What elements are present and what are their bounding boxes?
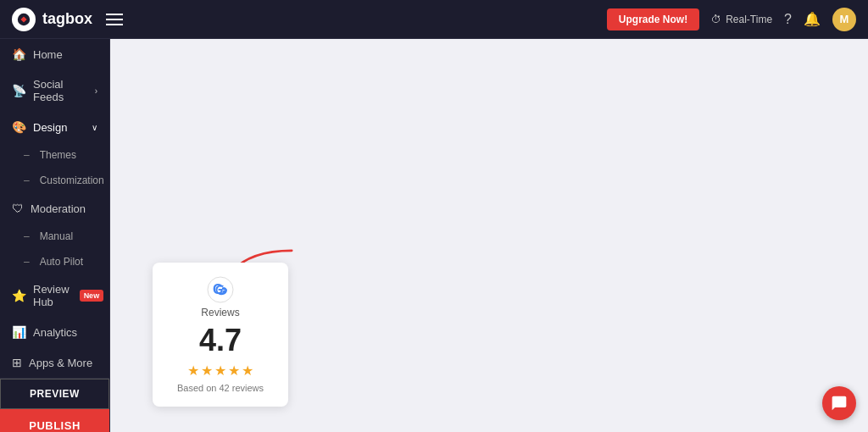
- preview-button[interactable]: PREVIEW: [0, 379, 109, 409]
- logo-icon: [12, 8, 36, 31]
- sidebar-bottom: PREVIEW PUBLISH: [0, 378, 109, 432]
- sidebar-subitem-customization-label: Customization: [40, 174, 104, 186]
- sidebar-item-design[interactable]: 🎨 Design ∨: [0, 112, 109, 142]
- star-3: ★: [214, 363, 226, 379]
- header: tagbox Upgrade Now! ⏱ Real-Time ? 🔔 M: [0, 0, 868, 39]
- new-badge: New: [80, 290, 104, 302]
- review-card: G Reviews 4.7 ★ ★ ★ ★ ★ Based on 42 revi…: [153, 263, 288, 407]
- sidebar-item-home-label: Home: [33, 48, 63, 61]
- body: 🏠 Home 📡 Social Feeds › 🎨 Design ∨ Theme…: [0, 39, 868, 432]
- star-2: ★: [201, 363, 213, 379]
- sidebar-subitem-manual-label: Manual: [40, 230, 73, 242]
- upgrade-button[interactable]: Upgrade Now!: [607, 8, 699, 30]
- sidebar-item-apps-more[interactable]: ⊞ Apps & More: [0, 347, 109, 378]
- sidebar-item-review-hub-label: Review Hub: [33, 283, 70, 308]
- moderation-icon: 🛡: [12, 202, 24, 215]
- sidebar: 🏠 Home 📡 Social Feeds › 🎨 Design ∨ Theme…: [0, 39, 110, 432]
- hamburger-button[interactable]: [106, 14, 123, 25]
- reviews-label: Reviews: [166, 307, 275, 318]
- stars-row: ★ ★ ★ ★ ★: [166, 363, 275, 379]
- main-content: G Reviews 4.7 ★ ★ ★ ★ ★ Based on 42 revi…: [110, 39, 868, 432]
- sidebar-subitem-auto-pilot[interactable]: Auto Pilot: [0, 249, 109, 274]
- sidebar-item-social-feeds-label: Social Feeds: [33, 78, 88, 103]
- design-icon: 🎨: [12, 120, 26, 134]
- home-icon: 🏠: [12, 47, 26, 61]
- avatar[interactable]: M: [832, 8, 856, 31]
- analytics-icon: 📊: [12, 325, 26, 339]
- sidebar-subitem-themes[interactable]: Themes: [0, 142, 109, 168]
- header-right: Upgrade Now! ⏱ Real-Time ? 🔔 M: [607, 8, 856, 31]
- sidebar-subitem-manual[interactable]: Manual: [0, 224, 109, 249]
- google-icon: G: [207, 276, 234, 303]
- publish-button[interactable]: PUBLISH: [0, 409, 109, 432]
- sidebar-item-moderation[interactable]: 🛡 Moderation: [0, 193, 109, 224]
- sidebar-item-home[interactable]: 🏠 Home: [0, 39, 109, 69]
- chat-icon: [831, 395, 848, 412]
- sidebar-item-design-label: Design: [33, 121, 67, 134]
- sidebar-subitem-customization[interactable]: Customization: [0, 168, 109, 193]
- star-1: ★: [187, 363, 199, 379]
- star-4: ★: [228, 363, 240, 379]
- based-on-label: Based on 42 reviews: [166, 383, 275, 393]
- social-icon: 📡: [12, 84, 26, 97]
- sidebar-item-analytics[interactable]: 📊 Analytics: [0, 317, 109, 347]
- logo: tagbox: [12, 8, 92, 31]
- star-5: ★: [242, 363, 253, 379]
- sidebar-item-moderation-label: Moderation: [31, 202, 86, 215]
- sidebar-subitem-themes-label: Themes: [40, 149, 76, 161]
- logo-text: tagbox: [42, 10, 92, 28]
- realtime-button[interactable]: ⏱ Real-Time: [711, 14, 772, 25]
- help-icon[interactable]: ?: [784, 12, 792, 27]
- review-hub-icon: ⭐: [12, 289, 26, 302]
- header-left: tagbox: [12, 8, 123, 31]
- sidebar-item-analytics-label: Analytics: [33, 326, 77, 339]
- sidebar-item-review-hub[interactable]: ⭐ Review Hub New: [0, 274, 109, 317]
- chevron-right-icon: ›: [95, 86, 97, 96]
- clock-icon: ⏱: [711, 14, 721, 25]
- realtime-label: Real-Time: [726, 14, 772, 25]
- sidebar-item-social-feeds[interactable]: 📡 Social Feeds ›: [0, 69, 109, 112]
- sidebar-subitem-auto-pilot-label: Auto Pilot: [40, 256, 83, 268]
- chevron-down-icon: ∨: [92, 123, 97, 132]
- chat-bubble-button[interactable]: [822, 386, 856, 420]
- sidebar-item-apps-more-label: Apps & More: [29, 357, 92, 369]
- bell-icon[interactable]: 🔔: [804, 11, 821, 27]
- apps-icon: ⊞: [12, 356, 22, 369]
- rating-number: 4.7: [166, 324, 275, 357]
